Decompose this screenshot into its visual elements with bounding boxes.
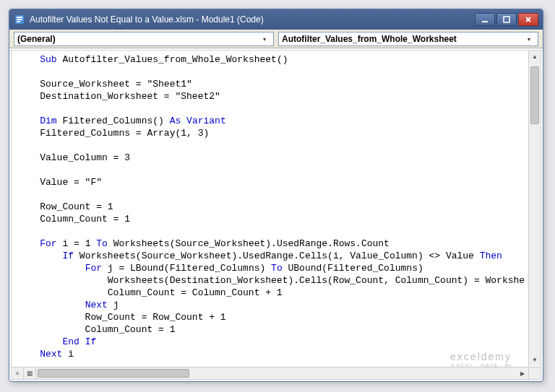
vertical-scrollbar[interactable]: ▲ ▼ (528, 51, 541, 366)
object-dropdown-value: (General) (17, 34, 259, 44)
chevron-down-icon: ▾ (259, 33, 270, 45)
scroll-thumb-vertical[interactable] (530, 66, 539, 124)
dropdown-bar: (General) ▾ Autofilter_Values_from_Whole… (9, 30, 543, 48)
full-module-view-button[interactable]: ▦ (24, 367, 36, 380)
maximize-button[interactable] (496, 13, 517, 26)
svg-rect-2 (17, 19, 22, 20)
svg-rect-1 (17, 17, 22, 18)
chevron-down-icon: ▾ (523, 33, 535, 45)
window-title: Autofilter Values Not Equal to a Value.x… (30, 14, 475, 25)
vba-code-window: Autofilter Values Not Equal to a Value.x… (9, 9, 543, 382)
svg-rect-4 (482, 21, 488, 22)
scroll-track-horizontal[interactable] (36, 367, 516, 379)
scroll-up-arrow-icon[interactable]: ▲ (529, 51, 541, 63)
titlebar[interactable]: Autofilter Values Not Equal to a Value.x… (9, 9, 543, 30)
procedure-dropdown[interactable]: Autofilter_Values_from_Whole_Worksheet ▾ (278, 32, 538, 46)
scroll-corner (528, 367, 541, 379)
scroll-down-arrow-icon[interactable]: ▼ (529, 354, 541, 366)
scroll-right-arrow-icon[interactable]: ▶ (516, 367, 528, 380)
procedure-view-button[interactable]: ≡ (12, 367, 24, 380)
app-icon (14, 14, 25, 25)
code-editor[interactable]: Sub Autofilter_Values_from_Whole_Workshe… (12, 51, 541, 366)
svg-rect-5 (504, 17, 509, 22)
svg-rect-3 (17, 21, 20, 22)
procedure-dropdown-value: Autofilter_Values_from_Whole_Worksheet (282, 34, 523, 44)
code-pane: Sub Autofilter_Values_from_Whole_Workshe… (11, 50, 541, 380)
scroll-thumb-horizontal[interactable] (38, 369, 189, 378)
object-dropdown[interactable]: (General) ▾ (14, 32, 274, 46)
window-controls (475, 13, 538, 26)
minimize-button[interactable] (475, 13, 495, 26)
horizontal-scrollbar[interactable]: ≡ ▦ ▶ (12, 367, 528, 379)
close-button[interactable] (518, 13, 538, 26)
